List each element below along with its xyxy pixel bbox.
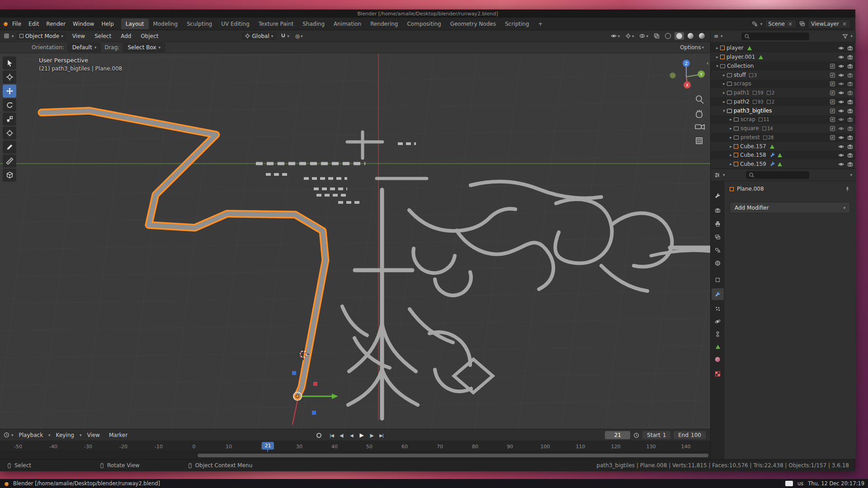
exclude-checkbox[interactable]: ✓ [830, 126, 835, 131]
tab-modifiers[interactable] [712, 288, 724, 300]
expand-icon[interactable]: ▸ [721, 90, 727, 95]
menu-window[interactable]: Window [69, 19, 98, 28]
rotate-tool[interactable] [3, 99, 16, 112]
expand-icon[interactable]: ▸ [721, 81, 727, 86]
camera-icon[interactable] [847, 117, 853, 122]
camera-icon[interactable] [847, 45, 853, 51]
overlays-dropdown[interactable]: ▾ [637, 32, 650, 40]
outliner-item-label[interactable]: path1 [734, 89, 750, 96]
menu-render[interactable]: Render [42, 19, 69, 28]
camera-icon[interactable] [847, 63, 853, 69]
expand-icon[interactable]: ▸ [728, 135, 734, 140]
tab-object-data[interactable] [712, 341, 724, 352]
outliner-row[interactable]: ▸ path2 93 2 ✓ [711, 97, 856, 106]
orientation-dropdown[interactable]: Default ▾ [68, 43, 101, 52]
move-tool[interactable] [3, 84, 16, 98]
tab-material[interactable] [712, 353, 724, 365]
3d-viewport[interactable]: Z Y X [0, 53, 710, 429]
chevron-down-icon[interactable]: ▾ [850, 173, 852, 177]
outliner-item-label[interactable]: scrap [741, 116, 755, 122]
outliner-item-label[interactable]: Cube.159 [740, 161, 766, 167]
menu-edit[interactable]: Edit [25, 19, 42, 28]
shading-solid-button[interactable] [675, 32, 684, 40]
expand-icon[interactable]: ▾ [721, 108, 727, 113]
camera-icon[interactable] [847, 81, 853, 87]
chevron-down-icon[interactable]: ▾ [12, 34, 14, 38]
tab-geometry-nodes[interactable]: Geometry Nodes [446, 19, 500, 29]
object-visibility-dropdown[interactable]: ▾ [609, 32, 622, 40]
tab-rendering[interactable]: Rendering [366, 19, 402, 29]
camera-icon[interactable] [847, 99, 853, 105]
expand-icon[interactable]: ▸ [728, 117, 734, 122]
camera-icon[interactable] [847, 126, 853, 131]
transform-tool[interactable] [3, 127, 16, 140]
properties-search[interactable] [746, 171, 809, 179]
tab-physics[interactable] [712, 315, 724, 327]
eye-icon[interactable] [838, 152, 844, 158]
outliner-row[interactable]: ▾ Collection ✓ [711, 61, 856, 70]
keyboard-layout[interactable]: us [797, 480, 803, 487]
eye-icon[interactable] [838, 126, 844, 131]
chevron-down-icon[interactable]: ▾ [721, 34, 723, 38]
chevron-down-icon[interactable]: ▾ [760, 22, 763, 26]
outliner-row[interactable]: ▸ player.001 [711, 52, 856, 61]
tab-layout[interactable]: Layout [121, 19, 149, 29]
select-box-tool[interactable] [3, 56, 16, 70]
expand-icon[interactable]: ▸ [714, 46, 720, 50]
tab-texture[interactable] [712, 368, 724, 380]
keyboard-indicator-icon[interactable] [785, 481, 793, 486]
jump-to-end-button[interactable]: ▶| [377, 432, 386, 439]
xray-toggle[interactable] [652, 32, 661, 40]
tab-animation[interactable]: Animation [329, 19, 366, 29]
viewport-scene[interactable]: Z Y X [0, 53, 710, 429]
cursor-tool[interactable] [3, 70, 16, 84]
camera-icon[interactable] [847, 90, 853, 96]
jump-to-start-button[interactable]: |◀ [327, 432, 336, 439]
eye-icon[interactable] [838, 161, 844, 167]
snap-toggle[interactable]: ▾ [278, 32, 291, 40]
blender-taskbar-icon[interactable] [4, 481, 9, 487]
taskbar-window-title[interactable]: Blender [/home/amalie/Desktop/blender/ru… [13, 480, 160, 487]
eye-icon[interactable] [838, 108, 844, 114]
tab-object[interactable] [712, 274, 724, 286]
outliner-item-label[interactable]: square [741, 125, 759, 131]
chevron-down-icon[interactable]: ▾ [287, 34, 289, 38]
mode-selector[interactable]: Object Mode ▾ [16, 32, 66, 40]
camera-icon[interactable] [847, 135, 853, 141]
expand-icon[interactable]: ▸ [721, 99, 727, 104]
chevron-down-icon[interactable]: ▾ [723, 173, 725, 177]
scene-selector[interactable]: Scene × [765, 19, 797, 28]
eye-icon[interactable] [838, 144, 844, 150]
exclude-checkbox[interactable]: ✓ [830, 135, 835, 140]
outliner-row[interactable]: ▸ square 14 ✓ [711, 124, 856, 133]
auto-keyframe-clock-icon[interactable] [633, 432, 639, 438]
view-layer-selector[interactable]: ViewLayer × [808, 19, 851, 28]
expand-icon[interactable]: ▸ [721, 73, 727, 77]
unlink-scene-icon[interactable]: × [787, 21, 793, 27]
blender-logo-icon[interactable] [3, 21, 9, 27]
measure-tool[interactable] [3, 155, 16, 168]
filter-icon[interactable] [842, 33, 848, 39]
tab-view-layer[interactable] [712, 231, 724, 243]
proportional-edit-toggle[interactable]: ◎ ▾ [293, 32, 305, 40]
eye-icon[interactable] [838, 81, 844, 87]
outliner-item-label[interactable]: scraps [734, 80, 751, 87]
menu-view[interactable]: View [69, 32, 89, 41]
outliner-editor-icon[interactable]: ≡ [714, 33, 718, 39]
scale-tool[interactable] [3, 113, 16, 126]
eye-icon[interactable] [838, 90, 844, 96]
pin-icon[interactable] [844, 186, 850, 192]
eye-icon[interactable] [838, 45, 844, 51]
tab-scripting[interactable]: Scripting [500, 19, 533, 29]
timeline-editor-icon[interactable] [4, 432, 9, 438]
add-modifier-button[interactable]: Add Modifier ▾ [730, 202, 850, 213]
tab-world[interactable] [712, 257, 724, 269]
play-button[interactable]: ▶ [357, 431, 366, 440]
outliner-item-label[interactable]: path3_bigtiles [734, 108, 772, 114]
tab-scene[interactable] [712, 244, 724, 256]
taskbar-clock[interactable]: Thu, 12 Dec 20:17:19 [808, 480, 864, 487]
eye-icon[interactable] [838, 54, 844, 60]
camera-icon[interactable] [847, 161, 853, 167]
camera-icon[interactable] [847, 108, 853, 114]
camera-icon[interactable] [847, 144, 853, 150]
